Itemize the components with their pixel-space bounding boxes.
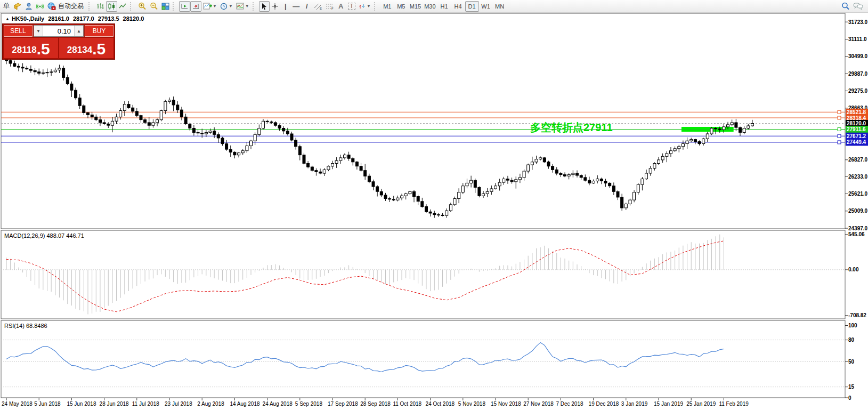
text-tool-button[interactable]: A xyxy=(336,1,346,12)
line-chart-button[interactable] xyxy=(117,1,128,12)
close-value: 28120.0 xyxy=(123,15,144,22)
collapse-arrow-icon[interactable]: ▲ xyxy=(5,17,10,21)
price-axis[interactable]: 31723.031111.030499.029887.029275.028663… xyxy=(845,19,868,231)
line-handle[interactable] xyxy=(838,127,841,131)
bar-chart-button[interactable] xyxy=(95,1,106,12)
svg-text:-708.82: -708.82 xyxy=(848,312,866,318)
new-order-button[interactable]: 单 xyxy=(1,1,12,12)
chart-canvas[interactable]: 31723.031111.030499.029887.029275.028663… xyxy=(0,0,868,410)
signal-broadcast-icon[interactable] xyxy=(35,1,46,12)
macd-indicator-label: MACD(12,26,9) 488.07 446.71 xyxy=(4,232,84,239)
timeframe-d1[interactable]: D1 xyxy=(465,1,479,12)
sell-price-frac: .5 xyxy=(37,41,50,57)
channel-letter: E xyxy=(320,7,322,10)
pivot-annotation-text[interactable]: 多空转折点27911 xyxy=(530,120,629,135)
auto-trading-button[interactable]: 自动交易 xyxy=(46,1,87,12)
svg-text:11 Feb 2019: 11 Feb 2019 xyxy=(719,401,749,407)
svg-text:15 Nov 2018: 15 Nov 2018 xyxy=(491,401,521,407)
sell-button[interactable]: SELL xyxy=(4,25,33,37)
toolbar-separator xyxy=(374,2,379,11)
toolbar-separator xyxy=(130,2,135,11)
buy-price[interactable]: 28134 .5 xyxy=(59,38,113,58)
text-label-tool-button[interactable]: T xyxy=(346,1,357,12)
chevron-down-icon[interactable]: ▼ xyxy=(367,4,371,9)
horizontal-line-tool-button[interactable]: — xyxy=(291,1,302,12)
svg-text:19 Dec 2018: 19 Dec 2018 xyxy=(589,401,619,407)
buy-price-frac: .5 xyxy=(92,41,106,57)
timeframe-mn[interactable]: MN xyxy=(493,1,507,12)
macd-axis[interactable]: 545.060.00-708.82 xyxy=(845,231,866,318)
arrows-tool-button[interactable]: ▼ xyxy=(357,1,372,12)
search-icon[interactable] xyxy=(840,1,851,12)
svg-text:28 Sep 2018: 28 Sep 2018 xyxy=(360,401,391,407)
timeframe-m5[interactable]: M5 xyxy=(394,1,408,12)
timeframe-bar: M1M5M15M30H1H4D1W1MN xyxy=(380,1,507,12)
cursor-tool-button[interactable] xyxy=(259,1,270,12)
svg-text:24397.0: 24397.0 xyxy=(848,226,868,231)
tile-windows-button[interactable] xyxy=(160,1,171,12)
line-handle[interactable] xyxy=(838,116,841,119)
svg-text:28521.8: 28521.8 xyxy=(847,109,866,115)
svg-text:5 Sep 2018: 5 Sep 2018 xyxy=(295,401,323,407)
fibonacci-tool-button[interactable]: F xyxy=(324,1,336,12)
rsi-axis[interactable]: 1008050150 xyxy=(845,323,857,401)
rsi-line xyxy=(6,342,724,372)
chat-icon[interactable] xyxy=(851,1,865,12)
chart-ohlc-title: ▲HK50-,Daily 28161.0 28177.0 27913.5 281… xyxy=(5,15,146,22)
low-value: 27913.5 xyxy=(98,15,119,22)
timeframe-h4[interactable]: H4 xyxy=(451,1,465,12)
symbol-period-label: HK50-,Daily xyxy=(12,15,44,22)
line-handle[interactable] xyxy=(838,110,841,114)
panel-frame xyxy=(1,13,845,229)
volume-decrease-button[interactable]: ▼ xyxy=(34,26,43,36)
auto-scroll-button[interactable] xyxy=(179,1,190,12)
volume-increase-button[interactable]: ▲ xyxy=(74,26,83,36)
zoom-out-button[interactable] xyxy=(148,1,160,12)
vertical-line-tool-button[interactable]: | xyxy=(280,1,291,12)
crosshair-tool-button[interactable] xyxy=(270,1,280,12)
date-axis[interactable]: 24 May 20185 Jun 201815 Jun 201828 Jun 2… xyxy=(2,398,749,407)
line-handle[interactable] xyxy=(838,141,841,144)
svg-text:23 Jul 2018: 23 Jul 2018 xyxy=(165,401,192,407)
svg-text:29887.0: 29887.0 xyxy=(848,71,868,77)
svg-text:5 Nov 2018: 5 Nov 2018 xyxy=(458,401,486,407)
timeframe-m30[interactable]: M30 xyxy=(423,1,437,12)
svg-text:24 Oct 2018: 24 Oct 2018 xyxy=(426,401,455,407)
volume-input[interactable]: 0.10 xyxy=(43,26,74,36)
timeframe-h1[interactable]: H1 xyxy=(437,1,451,12)
high-value: 28177.0 xyxy=(73,15,94,22)
svg-text:545.06: 545.06 xyxy=(848,231,865,237)
trend-line-tool-button[interactable]: / xyxy=(302,1,312,12)
zoom-in-button[interactable] xyxy=(136,1,148,12)
svg-text:5 Jun 2018: 5 Jun 2018 xyxy=(34,401,61,407)
period-button[interactable]: ▼ xyxy=(218,1,234,12)
template-button[interactable]: ▼ xyxy=(234,1,251,12)
svg-text:25621.0: 25621.0 xyxy=(848,191,868,197)
chevron-down-icon[interactable]: ▼ xyxy=(229,4,233,9)
auto-trading-label: 自动交易 xyxy=(56,2,85,11)
equidistant-channel-tool-button[interactable]: E xyxy=(312,1,324,12)
one-click-trading-panel: SELL ▼ 0.10 ▲ BUY 28118 .5 28134 .5 xyxy=(2,23,115,60)
svg-text:7 Dec 2018: 7 Dec 2018 xyxy=(556,401,583,407)
rsi-indicator-label: RSI(14) 68.8486 xyxy=(4,323,47,329)
chevron-down-icon[interactable]: ▼ xyxy=(245,4,249,9)
chevron-down-icon[interactable]: ▼ xyxy=(213,4,217,9)
svg-text:26233.0: 26233.0 xyxy=(848,174,868,180)
terminal-icon[interactable] xyxy=(23,1,35,12)
svg-text:11 Oct 2018: 11 Oct 2018 xyxy=(393,401,421,407)
svg-text:0.00: 0.00 xyxy=(848,267,859,272)
buy-button[interactable]: BUY xyxy=(85,25,113,37)
svg-text:17 Sep 2018: 17 Sep 2018 xyxy=(328,401,358,407)
sell-price-main: 28118 xyxy=(12,43,36,57)
timeframe-m1[interactable]: M1 xyxy=(380,1,394,12)
order-book-icon[interactable] xyxy=(12,1,23,12)
line-handle[interactable] xyxy=(838,134,841,138)
sell-price[interactable]: 28118 .5 xyxy=(4,38,58,58)
svg-text:14 Aug 2018: 14 Aug 2018 xyxy=(230,401,260,407)
chart-shift-button[interactable] xyxy=(190,1,201,12)
add-indicator-button[interactable]: ▼ xyxy=(201,1,218,12)
candlestick-chart-button[interactable] xyxy=(106,1,117,12)
timeframe-w1[interactable]: W1 xyxy=(479,1,493,12)
timeframe-m15[interactable]: M15 xyxy=(408,1,423,12)
macd-histogram xyxy=(6,235,724,315)
